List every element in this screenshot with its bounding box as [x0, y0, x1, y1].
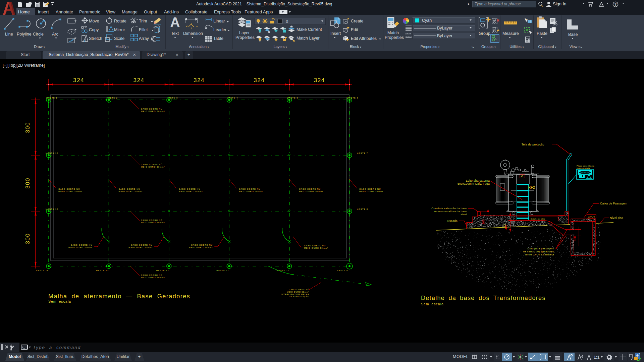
svg-text:CABO COBRE NÚ: CABO COBRE NÚ: [359, 188, 381, 190]
svg-text:MEIO DURO 50mm²: MEIO DURO 50mm²: [304, 247, 328, 249]
svg-text:HASTE 4: HASTE 4: [227, 97, 238, 99]
svg-text:Nível piso: Nível piso: [610, 216, 623, 220]
svg-text:Detalhe de obra: Detalhe de obra: [531, 218, 545, 220]
svg-text:MEIO DURO 50mm²: MEIO DURO 50mm²: [141, 166, 165, 168]
svg-text:CABO COBRE NÚ: CABO COBRE NÚ: [71, 244, 93, 246]
svg-text:HASTE 11: HASTE 11: [216, 269, 229, 272]
svg-text:de cabos dos geradores: de cabos dos geradores: [523, 250, 554, 253]
svg-text:atual: atual: [461, 213, 467, 216]
svg-text:HASTE 8: HASTE 8: [357, 208, 368, 210]
svg-text:CABO COBRE NÚ: CABO COBRE NÚ: [299, 188, 321, 190]
svg-text:HASTE 13: HASTE 13: [96, 269, 109, 272]
svg-text:CP04: CP04: [588, 215, 595, 218]
svg-text:Construir extensão da base: Construir extensão da base: [431, 207, 467, 210]
svg-text:HASTE 6: HASTE 6: [347, 97, 358, 99]
svg-text:300: 300: [24, 233, 31, 244]
svg-text:300: 300: [573, 236, 577, 241]
svg-text:[−][Top][2D Wireframe]: [−][Top][2D Wireframe]: [3, 63, 45, 68]
svg-text:HASTE 12: HASTE 12: [156, 269, 169, 272]
svg-text:INTERLIGA COM MALHA: INTERLIGA COM MALHA: [281, 293, 309, 295]
svg-text:Sem escala: Sem escala: [48, 299, 71, 303]
svg-text:400: 400: [504, 225, 507, 230]
svg-text:Duto para passagem: Duto para passagem: [527, 247, 554, 250]
svg-text:MEIO DURO 50mm²: MEIO DURO 50mm²: [239, 190, 263, 192]
svg-text:324: 324: [254, 77, 265, 83]
svg-text:MEIO DURO 50mm²: MEIO DURO 50mm²: [118, 190, 143, 192]
svg-text:CABO COBRE NÚ: CABO COBRE NÚ: [191, 244, 213, 246]
svg-text:MEIO DURO 50mm²: MEIO DURO 50mm²: [141, 110, 165, 112]
svg-text:300: 300: [24, 178, 31, 189]
svg-text:500x100mm Galv. Faga: 500x100mm Galv. Faga: [458, 182, 490, 185]
svg-text:HASTE 3: HASTE 3: [167, 97, 178, 99]
svg-text:Malha de aterramento — Base Ge: Malha de aterramento — Base Geradores: [48, 293, 190, 300]
svg-text:fixada na tela: fixada na tela: [577, 167, 590, 169]
svg-text:DA SUBESTAÇÃO: DA SUBESTAÇÃO: [289, 296, 309, 298]
svg-text:HASTE 14: HASTE 14: [36, 269, 49, 272]
svg-text:MEIO DURO 50mm²: MEIO DURO 50mm²: [179, 190, 203, 192]
svg-text:CABO COBRE NÚ: CABO COBRE NÚ: [239, 188, 261, 190]
svg-text:Caixa de Passagem: Caixa de Passagem: [600, 202, 627, 205]
svg-text:Sem escala: Sem escala: [421, 302, 444, 306]
svg-text:CABO COBRE NÚ: CABO COBRE NÚ: [289, 289, 309, 291]
svg-text:Placa advertência: Placa advertência: [577, 165, 594, 167]
svg-text:MEIO DURO 50mm²: MEIO DURO 50mm²: [128, 246, 153, 248]
svg-text:na mesma altura da base: na mesma altura da base: [434, 210, 467, 213]
svg-text:CABO COBRE NÚ: CABO COBRE NÚ: [141, 219, 163, 221]
svg-text:PERIGO: PERIGO: [581, 172, 589, 174]
svg-text:HASTE 7: HASTE 7: [357, 152, 368, 154]
svg-text:324: 324: [194, 77, 205, 83]
svg-text:MEIO DURO 50mm²: MEIO DURO 50mm²: [141, 277, 165, 279]
svg-text:MEIO DURO 50mm²: MEIO DURO 50mm²: [299, 190, 323, 192]
svg-text:MEIO DURO 50mm²: MEIO DURO 50mm²: [287, 291, 309, 293]
svg-text:MEIO DURO 50mm²: MEIO DURO 50mm²: [68, 246, 93, 248]
svg-text:RF2: RF2: [528, 186, 535, 189]
svg-text:Detalhe da base dos Transforma: Detalhe da base dos Transformadores: [421, 295, 546, 301]
svg-text:HASTE 15: HASTE 15: [46, 208, 58, 210]
svg-text:CABO COBRE NÚ: CABO COBRE NÚ: [304, 245, 326, 247]
svg-text:324: 324: [73, 77, 84, 83]
svg-text:324: 324: [133, 77, 145, 83]
svg-text:MEIO DURO 50mm²: MEIO DURO 50mm²: [359, 190, 383, 192]
svg-text:HASTE 1: HASTE 1: [46, 97, 57, 99]
svg-text:Tela de proteção: Tela de proteção: [522, 143, 544, 146]
svg-text:CABO COBRE NÚ: CABO COBRE NÚ: [141, 164, 163, 166]
svg-text:CABO COBRE NÚ: CABO COBRE NÚ: [131, 244, 153, 246]
svg-text:HASTE 5: HASTE 5: [287, 97, 298, 99]
svg-text:?: ?: [614, 3, 616, 6]
svg-text:CABO COBRE NÚ: CABO COBRE NÚ: [141, 108, 163, 110]
svg-text:MEIO DURO 50mm²: MEIO DURO 50mm²: [141, 222, 165, 224]
svg-text:324: 324: [314, 77, 325, 83]
svg-text:HASTE 9: HASTE 9: [337, 269, 348, 272]
svg-text:300: 300: [24, 122, 31, 133]
svg-text:Escada: Escada: [447, 219, 458, 223]
svg-text:CABO COBRE NÚ: CABO COBRE NÚ: [179, 188, 201, 190]
svg-text:entre CP04 e canaleta: entre CP04 e canaleta: [525, 253, 554, 256]
svg-text:200: 200: [482, 220, 485, 224]
svg-text:MEIO DURO 50mm²: MEIO DURO 50mm²: [189, 246, 213, 248]
svg-text:CABO COBRE NÚ: CABO COBRE NÚ: [58, 188, 80, 190]
svg-text:MEIO DURO 50mm²: MEIO DURO 50mm²: [58, 190, 83, 192]
svg-text:HASTE 16: HASTE 16: [46, 152, 58, 154]
svg-text:CABO COBRE NÚ: CABO COBRE NÚ: [141, 274, 163, 276]
svg-text:HASTE 2: HASTE 2: [106, 97, 117, 99]
svg-text:CABO COBRE NÚ: CABO COBRE NÚ: [118, 188, 140, 190]
